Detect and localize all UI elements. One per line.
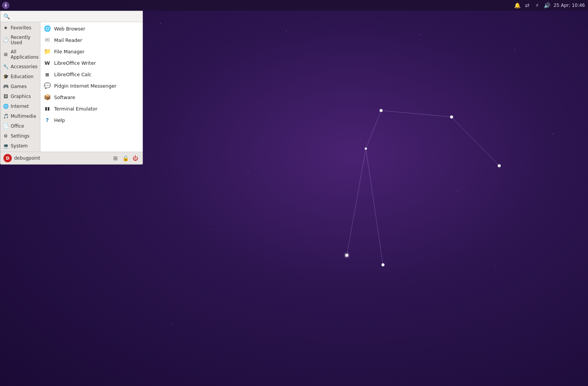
category-games[interactable]: 🎮 Games <box>0 82 40 91</box>
app-software[interactable]: 📦 Software <box>40 91 143 103</box>
app-menu: 🔍 ★ Favorites 🕐 Recently Used ⊞ All Appl… <box>0 11 143 165</box>
app-libreoffice-calc[interactable]: ▦ LibreOffice Calc <box>40 69 143 80</box>
category-graphics-label: Graphics <box>11 94 31 99</box>
svg-line-27 <box>499 165 500 167</box>
category-games-label: Games <box>11 84 27 89</box>
category-graphics[interactable]: 🖼 Graphics <box>0 91 40 101</box>
app-menu-button[interactable] <box>2 1 10 10</box>
libreoffice-writer-icon: W <box>43 59 51 67</box>
app-file-manager-label: File Manager <box>54 49 85 54</box>
category-favorites[interactable]: ★ Favorites <box>0 23 40 33</box>
category-system[interactable]: 💻 System <box>0 141 40 151</box>
category-system-label: System <box>11 143 28 149</box>
file-manager-icon: 📁 <box>43 48 51 55</box>
category-office[interactable]: 📄 Office <box>0 121 40 131</box>
volume-icon[interactable]: 🔊 <box>544 2 551 9</box>
svg-line-19 <box>381 110 382 111</box>
accessories-icon: 🔧 <box>3 64 9 70</box>
svg-line-14 <box>346 255 348 256</box>
app-mail-reader[interactable]: ✉ Mail Reader <box>40 34 143 46</box>
recently-used-icon: 🕐 <box>3 37 9 43</box>
username-label: debugpoint <box>14 155 109 161</box>
clock: 25 Apr; 10:46 <box>554 3 585 8</box>
system-icon: 💻 <box>3 143 9 149</box>
taskbar: 🔔 ⇄ ⚡ 🔊 25 Apr; 10:46 <box>0 0 588 11</box>
bottom-actions: ⊞ 🔒 ⏻ <box>111 154 139 162</box>
category-education[interactable]: 🎓 Education <box>0 72 40 82</box>
notification-icon[interactable]: 🔔 <box>514 2 521 9</box>
svg-line-18 <box>381 110 382 111</box>
categories-panel: ★ Favorites 🕐 Recently Used ⊞ All Applic… <box>0 22 40 152</box>
svg-line-15 <box>346 255 348 256</box>
user-initials: D <box>6 156 9 161</box>
svg-line-5 <box>347 255 349 255</box>
category-education-label: Education <box>11 74 34 79</box>
category-favorites-label: Favorites <box>11 25 31 30</box>
settings-icon: ⚙ <box>3 133 9 139</box>
all-apps-icon: ⊞ <box>3 51 9 58</box>
app-help-label: Help <box>54 117 65 123</box>
svg-point-33 <box>5 5 6 6</box>
app-terminal[interactable]: ▮▮ Terminal Emulator <box>40 103 143 114</box>
power-button[interactable]: ⏻ <box>131 154 139 162</box>
office-icon: 📄 <box>3 123 9 129</box>
app-web-browser[interactable]: 🌐 Web Browser <box>40 23 143 34</box>
apps-panel: 🌐 Web Browser ✉ Mail Reader 📁 File Manag… <box>40 22 143 152</box>
category-internet[interactable]: 🌐 Internet <box>0 101 40 111</box>
svg-line-0 <box>347 149 366 255</box>
svg-line-26 <box>499 165 500 167</box>
favorites-icon: ★ <box>3 25 9 31</box>
svg-point-6 <box>345 254 348 257</box>
lock-screen-button[interactable]: 🔒 <box>121 154 130 162</box>
app-web-browser-label: Web Browser <box>54 26 85 32</box>
graphics-icon: 🖼 <box>3 93 9 99</box>
libreoffice-calc-icon: ▦ <box>43 70 51 78</box>
app-libreoffice-writer-label: LibreOffice Writer <box>54 60 96 66</box>
svg-line-4 <box>366 149 383 265</box>
menu-bottom: D debugpoint ⊞ 🔒 ⏻ <box>0 152 143 164</box>
svg-point-7 <box>365 147 367 150</box>
category-settings-label: Settings <box>11 133 29 139</box>
web-browser-icon: 🌐 <box>43 25 51 32</box>
app-software-label: Software <box>54 94 75 100</box>
category-accessories-label: Accessories <box>11 64 37 69</box>
user-avatar: D <box>3 154 12 162</box>
category-all-label: All Applications <box>11 49 38 60</box>
category-accessories[interactable]: 🔧 Accessories <box>0 62 40 72</box>
search-icon: 🔍 <box>3 13 10 19</box>
switch-user-button[interactable]: ⊞ <box>111 154 120 162</box>
category-office-label: Office <box>11 123 24 129</box>
svg-point-11 <box>381 263 385 266</box>
taskbar-right: 🔔 ⇄ ⚡ 🔊 25 Apr; 10:46 <box>514 2 588 9</box>
app-libreoffice-calc-label: LibreOffice Calc <box>54 72 91 77</box>
svg-point-8 <box>380 109 383 112</box>
category-settings[interactable]: ⚙ Settings <box>0 131 40 141</box>
switch-windows-icon[interactable]: ⇄ <box>524 2 531 9</box>
category-multimedia[interactable]: 🎵 Multimedia <box>0 111 40 121</box>
app-file-manager[interactable]: 📁 File Manager <box>40 46 143 57</box>
app-pidgin[interactable]: 💬 Pidgin Internet Messenger <box>40 80 143 91</box>
svg-line-31 <box>383 264 384 266</box>
power-manager-icon[interactable]: ⚡ <box>534 2 541 9</box>
svg-line-3 <box>452 117 499 166</box>
app-mail-reader-label: Mail Reader <box>54 37 82 43</box>
category-recently-used-label: Recently Used <box>11 35 38 45</box>
svg-point-9 <box>450 115 453 119</box>
app-help[interactable]: ? Help <box>40 114 143 126</box>
pidgin-icon: 💬 <box>43 82 51 90</box>
multimedia-icon: 🎵 <box>3 113 9 119</box>
svg-line-30 <box>383 264 384 266</box>
svg-line-23 <box>451 117 452 118</box>
menu-body: ★ Favorites 🕐 Recently Used ⊞ All Applic… <box>0 22 143 152</box>
search-bar: 🔍 <box>0 11 143 22</box>
category-all-applications[interactable]: ⊞ All Applications <box>0 47 40 62</box>
svg-line-22 <box>451 117 452 118</box>
terminal-icon: ▮▮ <box>43 105 51 112</box>
app-terminal-label: Terminal Emulator <box>54 106 98 112</box>
svg-line-2 <box>381 111 452 117</box>
category-recently-used[interactable]: 🕐 Recently Used <box>0 33 40 47</box>
svg-line-1 <box>366 111 381 149</box>
mail-reader-icon: ✉ <box>43 36 51 44</box>
search-input[interactable] <box>12 14 139 19</box>
app-libreoffice-writer[interactable]: W LibreOffice Writer <box>40 57 143 69</box>
